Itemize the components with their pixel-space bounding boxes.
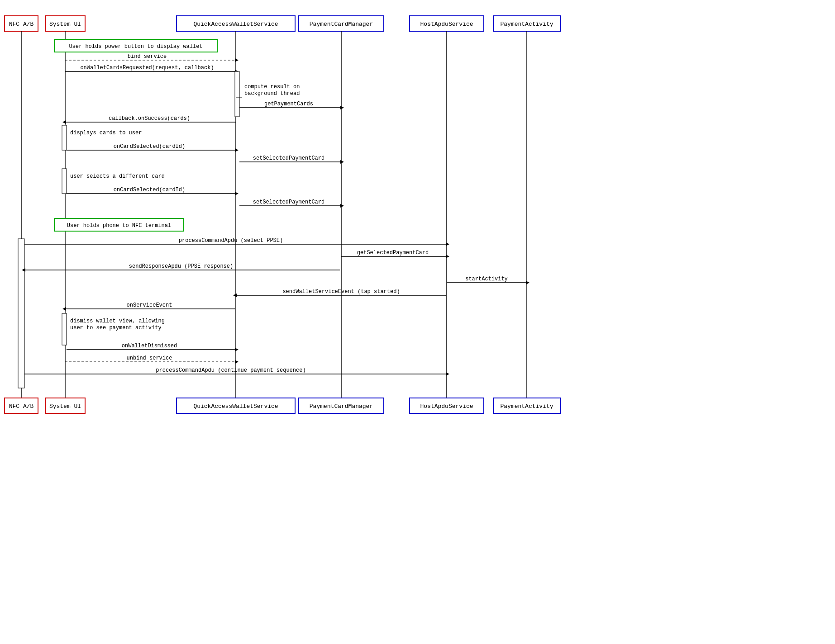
note-nfc-terminal: User holds phone to NFC terminal: [67, 223, 171, 229]
msg-wallet-cards-label: onWalletCardsRequested(request, callback…: [80, 65, 214, 71]
msg-card-selected2-label: onCardSelected(cardId): [114, 187, 185, 193]
msg-service-event-arrow: [62, 307, 66, 311]
svg-text:user to see payment activity: user to see payment activity: [70, 325, 162, 331]
msg-process-cmd1-arrow: [446, 242, 449, 246]
msg-service-event-label: onServiceEvent: [127, 302, 172, 308]
msg-get-selected-arrow: [446, 255, 449, 258]
note-diff-card: user selects a different card: [70, 173, 165, 180]
msg-wallet-event-arrow: [233, 294, 237, 297]
msg-process-cmd2-label: processCommandApdu (continue payment seq…: [156, 367, 305, 374]
svg-rect-10: [62, 125, 67, 150]
actor-wallet-bottom: QuickAccessWalletService: [193, 403, 278, 410]
svg-text:background thread: background thread: [244, 90, 300, 97]
actor-nfc-top: NFC A/B: [9, 21, 34, 28]
msg-set-payment1-label: setSelectedPaymentCard: [253, 155, 324, 161]
note-power-button: User holds power button to display walle…: [69, 43, 202, 50]
msg-card-selected1-arrow: [235, 148, 239, 152]
note-dismiss-wallet: dismiss wallet view, allowing: [70, 318, 165, 324]
actor-payment-top: PaymentCardManager: [310, 21, 373, 28]
actor-wallet-top: QuickAccessWalletService: [193, 21, 278, 28]
msg-unbind-label: unbind service: [127, 355, 172, 361]
msg-callback-label: callback.onSuccess(cards): [109, 115, 190, 122]
msg-wallet-event-label: sendWalletServiceEvent (tap started): [282, 289, 400, 295]
note-compute-label: compute result on: [244, 84, 300, 90]
msg-set-payment2-label: setSelectedPaymentCard: [253, 199, 324, 205]
msg-wallet-dismissed-label: onWalletDismissed: [122, 343, 177, 349]
msg-start-activity-arrow: [526, 281, 530, 284]
diagram-container: NFC A/B System UI QuickAccessWalletServi…: [0, 0, 563, 430]
actor-payment-bottom: PaymentCardManager: [310, 403, 373, 410]
actor-hostapdu-bottom: HostApduService: [420, 403, 473, 410]
msg-callback-arrow: [62, 120, 66, 124]
msg-process-cmd2-arrow: [446, 372, 449, 376]
actor-payact-bottom: PaymentActivity: [500, 403, 553, 410]
msg-wallet-dismissed-arrow: [235, 348, 239, 351]
svg-rect-14: [18, 239, 24, 388]
msg-set-payment1-arrow: [340, 160, 344, 164]
msg-get-payment-label: getPaymentCards: [264, 101, 313, 107]
actor-nfc-bottom: NFC A/B: [9, 403, 34, 410]
note-displays-cards: displays cards to user: [70, 130, 142, 136]
actor-systemui-bottom: System UI: [49, 403, 81, 410]
svg-rect-12: [62, 169, 67, 194]
msg-get-selected-label: getSelectedPaymentCard: [357, 250, 429, 256]
msg-get-payment-arrow: [340, 106, 344, 109]
actor-systemui-top: System UI: [49, 21, 81, 28]
svg-rect-15: [62, 313, 67, 345]
actor-payact-top: PaymentActivity: [500, 21, 553, 28]
actor-hostapdu-top: HostApduService: [420, 21, 473, 28]
msg-set-payment2-arrow: [340, 204, 344, 208]
msg-unbind-arrow: [235, 360, 239, 364]
msg-start-activity-label: startActivity: [465, 276, 508, 282]
msg-card-selected2-arrow: [235, 192, 239, 195]
svg-rect-7: [235, 71, 239, 117]
msg-process-cmd1-label: processCommandApdu (select PPSE): [179, 237, 283, 244]
msg-card-selected1-label: onCardSelected(cardId): [114, 143, 185, 150]
msg-bind-service-arrow: [235, 58, 239, 62]
msg-send-response-label: sendResponseApdu (PPSE response): [129, 263, 233, 270]
msg-bind-service-label: bind service: [128, 53, 167, 60]
